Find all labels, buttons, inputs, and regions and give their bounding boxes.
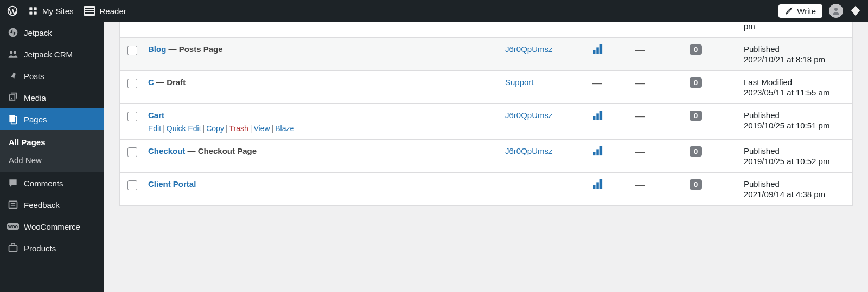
media-icon [8,92,18,103]
pen-icon [785,7,794,15]
date-value: 2019/10/25 at 10:51 pm [744,121,844,130]
table-row: Blog — Posts PageJ6r0QpUmsz—0Published20… [120,37,852,70]
stats-icon[interactable] [592,179,604,189]
svg-rect-13 [9,246,17,252]
svg-rect-22 [600,146,603,155]
table-row: pm [120,22,852,37]
sidebar-item-jetpackcrm[interactable]: Jetpack CRM [0,43,104,65]
date-value: 2021/09/14 at 4:38 pm [744,190,844,199]
row-quickedit[interactable]: Quick Edit [167,124,201,133]
sidebar-item-jetpack[interactable]: Jetpack [0,22,104,43]
svg-rect-3 [34,12,37,15]
sidebar-label: Feedback [24,200,60,210]
row-checkbox[interactable] [127,112,137,121]
pages-icon [8,114,18,125]
sidebar-item-comments[interactable]: Comments [0,172,104,194]
sidebar-label: Jetpack CRM [24,50,73,59]
sidebar-item-products[interactable]: Products [0,237,104,259]
date-status: Published [744,146,844,155]
row-checkbox[interactable] [127,46,137,55]
write-button[interactable]: Write [778,4,822,18]
stats-dash: — [592,77,602,88]
author-link[interactable]: J6r0QpUmsz [505,111,553,120]
date-value: 2023/05/11 at 11:55 am [744,88,844,97]
comments-badge[interactable]: 0 [690,146,702,157]
date-status: Last Modified [744,77,844,87]
comments-badge[interactable]: 0 [690,111,702,121]
svg-rect-15 [596,47,599,54]
people-icon [8,49,18,60]
page-title-link[interactable]: Blog [148,44,166,54]
feedback-icon [8,199,18,210]
sidebar-label: Products [24,244,56,253]
woo-icon: woo [8,221,18,232]
hits-value: — [635,44,645,55]
svg-rect-21 [596,149,599,155]
row-copy[interactable]: Copy [206,124,224,133]
svg-rect-19 [600,111,603,120]
page-title-suffix: — Draft [154,77,186,87]
author-link[interactable]: Support [505,77,534,87]
my-sites-label: My Sites [42,7,74,16]
admin-sidebar: Jetpack Jetpack CRM Posts Media Pages Al… [0,22,104,292]
sidebar-item-media[interactable]: Media [0,87,104,108]
sidebar-item-feedback[interactable]: Feedback [0,194,104,216]
hits-value: — [635,179,645,190]
stats-icon[interactable] [592,146,604,156]
svg-point-4 [834,8,838,11]
row-checkbox[interactable] [127,147,137,157]
svg-point-5 [9,28,18,37]
svg-rect-25 [600,179,603,189]
author-link[interactable]: J6r0QpUmsz [505,44,553,54]
table-row: CartEdit|Quick Edit|Copy|Trash|View|Blaz… [120,103,852,139]
wp-logo[interactable] [7,5,18,17]
content-area: pmBlog — Posts PageJ6r0QpUmsz—0Published… [104,22,868,292]
date-value: pm [744,22,844,31]
page-title-suffix: — Checkout Page [185,146,257,155]
pages-submenu: All Pages Add New [0,130,104,172]
svg-rect-16 [600,44,603,54]
row-checkbox[interactable] [127,79,137,88]
comments-badge[interactable]: 0 [690,77,702,88]
my-sites-link[interactable]: My Sites [28,6,74,16]
row-edit[interactable]: Edit [148,124,161,133]
submenu-add-new[interactable]: Add New [0,151,104,169]
sidebar-item-posts[interactable]: Posts [0,65,104,87]
page-title-link[interactable]: C [148,77,154,87]
sidebar-label: Posts [24,72,44,81]
page-title-link[interactable]: Client Portal [148,179,196,189]
stats-icon[interactable] [592,44,604,54]
row-blaze[interactable]: Blaze [275,124,294,133]
write-label: Write [797,7,816,16]
notification-tag-icon[interactable] [850,5,861,17]
sidebar-label: Jetpack [24,28,52,37]
row-trash[interactable]: Trash [229,124,248,133]
page-title-link[interactable]: Cart [148,111,164,120]
row-checkbox[interactable] [127,180,137,190]
comments-badge[interactable]: 0 [690,44,702,55]
table-row: C — DraftSupport——0Last Modified2023/05/… [120,70,852,103]
sidebar-item-pages[interactable]: Pages [0,108,104,130]
stats-icon[interactable] [592,111,604,120]
svg-rect-18 [596,113,599,120]
pin-icon [8,70,18,81]
page-title-link[interactable]: Checkout [148,146,185,155]
sidebar-label: Pages [24,115,47,124]
reader-label: Reader [100,7,126,16]
row-actions: Edit|Quick Edit|Copy|Trash|View|Blaze [148,124,505,133]
hits-value: — [635,77,645,88]
date-status: Published [744,44,844,54]
user-avatar[interactable] [829,4,843,18]
comment-icon [8,178,18,189]
comments-badge[interactable]: 0 [690,179,702,190]
submenu-all-pages[interactable]: All Pages [0,133,104,151]
date-status: Published [744,111,844,120]
author-link[interactable]: J6r0QpUmsz [505,146,553,155]
svg-rect-20 [593,152,596,155]
sidebar-item-woocommerce[interactable]: woo WooCommerce [0,216,104,237]
sidebar-label: Media [24,93,46,102]
row-view[interactable]: View [253,124,270,133]
reader-link[interactable]: Reader [84,6,126,16]
svg-rect-1 [34,7,37,10]
svg-rect-24 [596,182,599,189]
